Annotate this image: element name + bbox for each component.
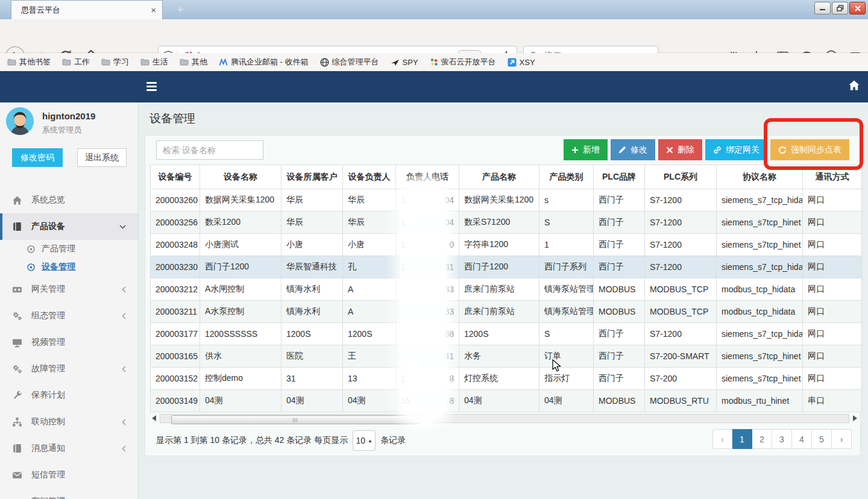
window-minimize-button[interactable] [814, 2, 831, 14]
scrollbar-track[interactable] [160, 414, 849, 423]
table-cell: modbus_tcp_hidata [717, 278, 803, 301]
folder-icon [140, 58, 149, 66]
table-row[interactable]: 200003212A水闸控制镇海水利A33庶来门前泵站镇海泵站管理MODBUSM… [151, 278, 862, 301]
table-row[interactable]: 200003256数采1200华辰华辰104数采S71200S西门子S7-120… [151, 212, 862, 234]
sidebar-item-workshop-mgmt[interactable]: 车间管理 [0, 488, 138, 499]
bookmark-xsy[interactable]: XSY [508, 58, 535, 67]
table-cell: MODBUS [594, 390, 645, 412]
envelope-icon [12, 470, 22, 480]
bookmark-study[interactable]: 学习 [101, 57, 129, 67]
table-cell: 字符串1200 [459, 234, 539, 256]
browser-toolbar: iot.idosp.net/admin/index.html?langu 80%… [0, 19, 868, 53]
sidebar-item-product-device[interactable]: 产品设备 [0, 213, 138, 240]
window-close-button[interactable] [849, 2, 866, 14]
sidebar-item-video-mgmt[interactable]: 视频管理 [0, 329, 138, 356]
scrollbar-thumb[interactable] [171, 415, 420, 424]
bookmark-spy[interactable]: SPY [391, 58, 418, 67]
circle-dot-icon [27, 245, 36, 254]
table-footer: 显示第 1 到第 10 条记录，总共 42 条记录 每页显示 10 ▲ 条记录 [156, 428, 406, 453]
add-button[interactable]: 新增 [564, 139, 608, 160]
bookmark-work[interactable]: 工作 [62, 57, 90, 67]
sidebar-item-device-mgmt[interactable]: 设备管理 [0, 258, 138, 276]
bookmark-life[interactable]: 生活 [140, 57, 168, 67]
table-row[interactable]: 200003230西门子1200华辰智通科技孔131西门子1200西门子系列西门… [151, 256, 862, 278]
table-cell: A [343, 278, 396, 301]
bookmark-misc[interactable]: 其他 [180, 57, 207, 67]
bookmark-ezviz[interactable]: 萤石云开放平台 [430, 57, 496, 67]
color-dots-icon [430, 58, 438, 66]
sidebar-menu: 系统总览 产品设备 产品管理 设备管理 网关管理 组态 [0, 187, 138, 499]
sidebar-collapse-button[interactable] [146, 82, 157, 91]
table-cell: A水闸控制 [200, 278, 281, 301]
table-cell: A水泵控制 [200, 301, 281, 323]
table-row[interactable]: 200003152控制demo311318灯控系统指示灯西门子S7-200sie… [151, 368, 862, 390]
bookmark-mgmt-platform[interactable]: 综合管理平台 [320, 57, 379, 67]
sidebar-item-linkage-control[interactable]: 联动控制 [0, 409, 138, 435]
col-product-name: 产品名称 [459, 165, 539, 189]
table-cell: 200003248 [151, 234, 200, 256]
table-cell: 200003165 [151, 345, 200, 368]
table-row[interactable]: 200003248小唐测试小唐小唐10字符串12001西门子S7-1200sie… [151, 234, 862, 256]
app-topbar [0, 71, 868, 102]
table-row[interactable]: 20000314904测04测04测15804测04测MODBUSMODBUS_… [151, 390, 862, 412]
table-cell: 1200S [281, 323, 343, 345]
col-device-name: 设备名称 [200, 165, 281, 189]
table-cell: S7-1200 [645, 189, 717, 212]
horizontal-scrollbar[interactable] [150, 413, 859, 424]
page-size-select[interactable]: 10 ▲ [353, 430, 376, 451]
change-password-button[interactable]: 修改密码 [12, 148, 63, 167]
table-row[interactable]: 2000031771200SSSSSS1200S1200S881200SS西门子… [151, 323, 862, 345]
table-row[interactable]: 200003165供水医院王41水务订单西门子S7-200-SMARTsieme… [151, 345, 862, 368]
bookmarks-bar: 其他书签 工作 学习 生活 其他 腾讯企业邮箱 - 收件箱 综合管理平台 SPY… [0, 53, 868, 71]
sidebar-item-message-notify[interactable]: 消息通知 [0, 435, 138, 462]
tab-close-icon[interactable]: × [151, 5, 156, 15]
page-3[interactable]: 3 [772, 429, 792, 449]
table-cell: 庶来门前泵站 [459, 278, 539, 301]
records-summary-suffix: 条记录 [380, 435, 406, 446]
page-next[interactable]: › [832, 429, 852, 449]
table-cell: 西门子1200 [200, 256, 281, 278]
device-search-input[interactable] [156, 140, 263, 160]
home-icon [12, 195, 22, 206]
folder-icon [7, 58, 16, 66]
window-restore-button[interactable] [832, 2, 848, 14]
sidebar-item-maintenance-plan[interactable]: 保养计划 [0, 382, 138, 409]
table-cell: 王 [343, 345, 396, 368]
table-cell: 订单 [539, 345, 594, 368]
bookmark-other[interactable]: 其他书签 [7, 57, 51, 67]
sidebar-item-config-mgmt[interactable]: 组态管理 [0, 303, 138, 329]
table-row[interactable]: 200003260数据网关采集1200华辰华辰104数据网关采集1200s西门子… [151, 189, 862, 212]
new-tab-button[interactable]: + [172, 2, 188, 17]
bookmark-tencent-mail[interactable]: 腾讯企业邮箱 - 收件箱 [219, 57, 309, 67]
delete-button[interactable]: 删除 [658, 139, 702, 160]
privacy-blur [400, 181, 447, 424]
table-cell: modbus_tcp_hidata [717, 301, 803, 323]
page-5[interactable]: 5 [812, 429, 832, 449]
page-4[interactable]: 4 [792, 429, 812, 449]
table-cell: MODBUS [594, 278, 645, 301]
bind-gateway-button[interactable]: 绑定网关 [705, 139, 767, 160]
logout-button[interactable]: 退出系统 [77, 148, 127, 167]
scroll-left-icon[interactable] [152, 415, 156, 421]
sidebar-item-sms-mgmt[interactable]: 短信管理 [0, 462, 138, 488]
app-home-icon[interactable] [849, 80, 860, 90]
table-row[interactable]: 200003211A水泵控制镇海水利A33庶来门前泵站镇海泵站管理MODBUSM… [151, 301, 862, 323]
sidebar-item-gateway-mgmt[interactable]: 网关管理 [0, 276, 138, 303]
table-cell: 华辰 [281, 189, 343, 212]
browser-tab[interactable]: 思普云平台 × [11, 0, 163, 19]
edit-button[interactable]: 修改 [611, 139, 655, 160]
table-cell: S [539, 323, 594, 345]
tencent-mail-icon [219, 58, 228, 66]
sidebar-item-overview[interactable]: 系统总览 [0, 187, 138, 213]
sidebar-item-fault-mgmt[interactable]: 故障管理 [0, 356, 138, 382]
close-icon [855, 5, 861, 11]
page-2[interactable]: 2 [752, 429, 772, 449]
table-cell: 网口 [803, 345, 862, 368]
table-cell: 西门子1200 [459, 256, 539, 278]
scroll-right-icon[interactable] [853, 415, 857, 421]
chevron-down-icon [119, 225, 126, 229]
table-cell: 200003230 [151, 256, 200, 278]
page-1[interactable]: 1 [732, 429, 752, 449]
sidebar-item-product-mgmt[interactable]: 产品管理 [0, 240, 138, 258]
page-prev[interactable]: ‹ [712, 429, 732, 449]
